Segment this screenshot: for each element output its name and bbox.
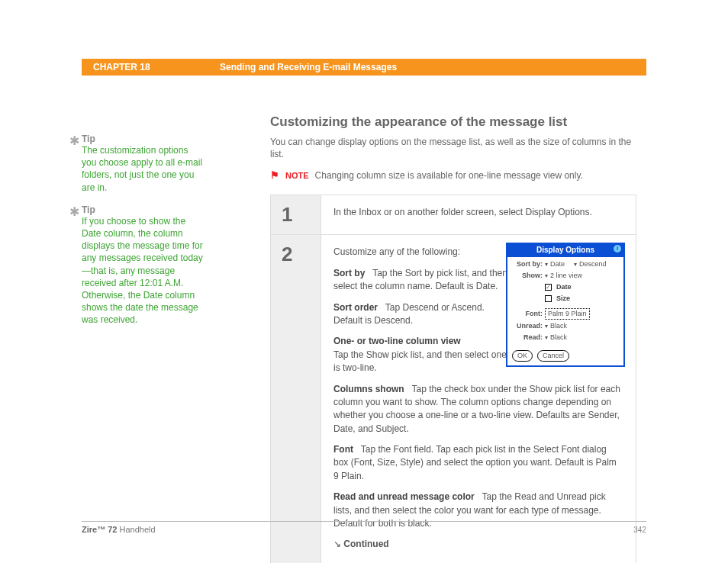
checkbox-date[interactable]: ✓ (545, 284, 552, 291)
tip-block: ✱ Tip If you choose to show the Date col… (82, 204, 205, 327)
sortby-label: Sort by: (512, 259, 543, 269)
footer-divider (82, 521, 646, 522)
dialog-title: Display Options i (507, 244, 623, 257)
chapter-title: Sending and Receiving E-mail Messages (220, 62, 397, 72)
step-number: 1 (282, 203, 313, 227)
step-number-cell: 1 (271, 195, 321, 234)
item-label: Columns shown (333, 384, 404, 394)
step-item: Font Tap the Font field. Tap each pick l… (333, 443, 623, 483)
tip-label: Tip (82, 204, 205, 215)
step-number-cell: 2 (271, 235, 321, 563)
step-row: 1 In the Inbox or on another folder scre… (271, 195, 636, 234)
note-label: NOTE (285, 171, 309, 180)
step-body: In the Inbox or on another folder screen… (321, 195, 636, 234)
chapter-label: CHAPTER 18 (93, 62, 150, 72)
sortorder-value[interactable]: Descend (579, 259, 607, 269)
dropdown-icon[interactable]: ▾ (545, 260, 548, 269)
ok-button[interactable]: OK (512, 350, 533, 362)
main-content: Customizing the appearance of the messag… (270, 114, 641, 563)
item-label: One- or two-line column view (333, 336, 461, 346)
cancel-button[interactable]: Cancel (537, 350, 569, 362)
item-label: Read and unread message color (333, 491, 475, 502)
page-number: 342 (633, 526, 646, 534)
footer-product-rest: Handheld (117, 525, 155, 534)
show-label: Show: (512, 271, 543, 281)
sortby-value[interactable]: Date (550, 259, 565, 269)
section-title: Customizing the appearance of the messag… (270, 114, 641, 130)
page-header: CHAPTER 18 Sending and Receiving E-mail … (82, 59, 646, 76)
continued-arrow-icon: ↘ (333, 539, 341, 549)
dropdown-icon[interactable]: ▾ (545, 333, 548, 343)
checkbox-date-label: Date (556, 282, 572, 292)
font-label: Font: (512, 309, 543, 319)
note-icon: ⚑ (270, 169, 279, 181)
unread-label: Unread: (512, 321, 543, 331)
tip-body: If you choose to show the Date column, t… (82, 215, 205, 327)
item-label: Sort order (333, 302, 378, 313)
read-value[interactable]: Black (550, 333, 567, 343)
step-item: Sort by Tap the Sort by pick list, and t… (333, 267, 511, 294)
asterisk-icon: ✱ (69, 134, 79, 148)
read-label: Read: (512, 333, 543, 343)
footer-product: Zire™ 72 Handheld (82, 525, 156, 534)
asterisk-icon: ✱ (69, 204, 79, 219)
dialog-title-text: Display Options (536, 246, 594, 254)
dropdown-icon[interactable]: ▾ (545, 272, 548, 281)
dropdown-icon[interactable]: ▾ (545, 322, 548, 331)
show-value[interactable]: 2 line view (550, 271, 582, 281)
font-field[interactable]: Palm 9 Plain (545, 308, 590, 320)
step-item: Sort order Tap Descend or Ascend. Defaul… (333, 301, 511, 328)
info-icon[interactable]: i (614, 245, 621, 253)
checkbox-size[interactable] (545, 295, 552, 302)
tip-block: ✱ Tip The customization options you choo… (82, 134, 205, 194)
tip-body: The customization options you choose app… (82, 144, 205, 194)
dropdown-icon[interactable]: ▾ (574, 260, 577, 269)
step-row: 2 Customize any of the following: Sort b… (271, 234, 636, 563)
steps-box: 1 In the Inbox or on another folder scre… (270, 195, 636, 563)
footer-product-bold: Zire™ 72 (82, 525, 117, 534)
item-text: Tap the Font field. Tap each pick list i… (333, 444, 617, 481)
continued-label: Continued (343, 539, 388, 549)
continued-row: ↘ Continued (333, 538, 623, 551)
display-options-dialog: Display Options i Sort by: ▾ Date ▾ Desc… (506, 243, 625, 367)
unread-value[interactable]: Black (550, 321, 567, 331)
sidebar-tips: ✱ Tip The customization options you choo… (82, 134, 205, 336)
item-label: Sort by (333, 268, 365, 278)
step-item: Read and unread message color Tap the Re… (333, 491, 623, 530)
step-body: Customize any of the following: Sort by … (321, 235, 636, 563)
note-text: Changing column size is available for on… (315, 170, 583, 181)
step-item: Columns shown Tap the check box under th… (333, 383, 623, 436)
note-row: ⚑ NOTE Changing column size is available… (270, 169, 641, 181)
step-lead: Customize any of the following: (333, 246, 511, 259)
dialog-body: Sort by: ▾ Date ▾ Descend Show: ▾ 2 line… (507, 257, 623, 347)
item-label: Font (333, 444, 353, 455)
step-number: 2 (282, 243, 313, 266)
section-intro: You can change display options on the me… (270, 136, 641, 160)
checkbox-size-label: Size (556, 294, 570, 304)
tip-label: Tip (82, 134, 205, 144)
step-text: In the Inbox or on another folder screen… (333, 206, 623, 219)
